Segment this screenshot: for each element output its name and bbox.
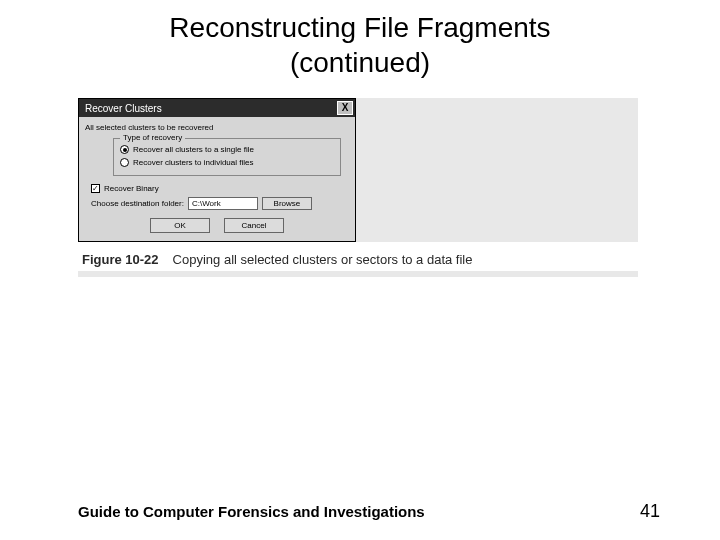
- ok-button[interactable]: OK: [150, 218, 210, 233]
- slide-title-line1: Reconstructing File Fragments: [40, 10, 680, 45]
- browse-button[interactable]: Browse: [262, 197, 312, 210]
- destination-input[interactable]: C:\Work: [188, 197, 258, 210]
- option-individual-files[interactable]: Recover clusters to individual files: [120, 156, 334, 169]
- dialog-title: Recover Clusters: [85, 103, 162, 114]
- dialog-titlebar: Recover Clusters X: [79, 99, 355, 117]
- group-title: Type of recovery: [120, 133, 185, 142]
- slide-title: Reconstructing File Fragments (continued…: [0, 0, 720, 88]
- slide-footer: Guide to Computer Forensics and Investig…: [0, 501, 720, 522]
- slide-title-line2: (continued): [40, 45, 680, 80]
- destination-row: Choose destination folder: C:\Work Brows…: [85, 195, 349, 212]
- recover-binary-label: Recover Binary: [104, 184, 159, 193]
- cancel-button[interactable]: Cancel: [224, 218, 284, 233]
- figure-number: Figure 10-22: [82, 252, 159, 267]
- figure-caption: Figure 10-22Copying all selected cluster…: [78, 242, 638, 271]
- option-single-file-label: Recover all clusters to a single file: [133, 145, 254, 154]
- checkbox-icon: ✓: [91, 184, 100, 193]
- option-individual-files-label: Recover clusters to individual files: [133, 158, 254, 167]
- destination-label: Choose destination folder:: [91, 199, 184, 208]
- figure-caption-text: Copying all selected clusters or sectors…: [173, 252, 473, 267]
- recovery-type-group: Type of recovery Recover all clusters to…: [113, 138, 341, 176]
- option-single-file[interactable]: Recover all clusters to a single file: [120, 143, 334, 156]
- radio-icon: [120, 158, 129, 167]
- radio-icon: [120, 145, 129, 154]
- figure-area: Recover Clusters X All selected clusters…: [78, 98, 638, 277]
- recover-binary-row[interactable]: ✓ Recover Binary: [85, 182, 349, 195]
- dialog-button-row: OK Cancel: [85, 218, 349, 233]
- footer-page-number: 41: [640, 501, 660, 522]
- footer-book-title: Guide to Computer Forensics and Investig…: [78, 503, 425, 520]
- recover-clusters-dialog: Recover Clusters X All selected clusters…: [78, 98, 356, 242]
- dialog-body: All selected clusters to be recovered Ty…: [79, 117, 355, 241]
- close-icon[interactable]: X: [337, 101, 353, 115]
